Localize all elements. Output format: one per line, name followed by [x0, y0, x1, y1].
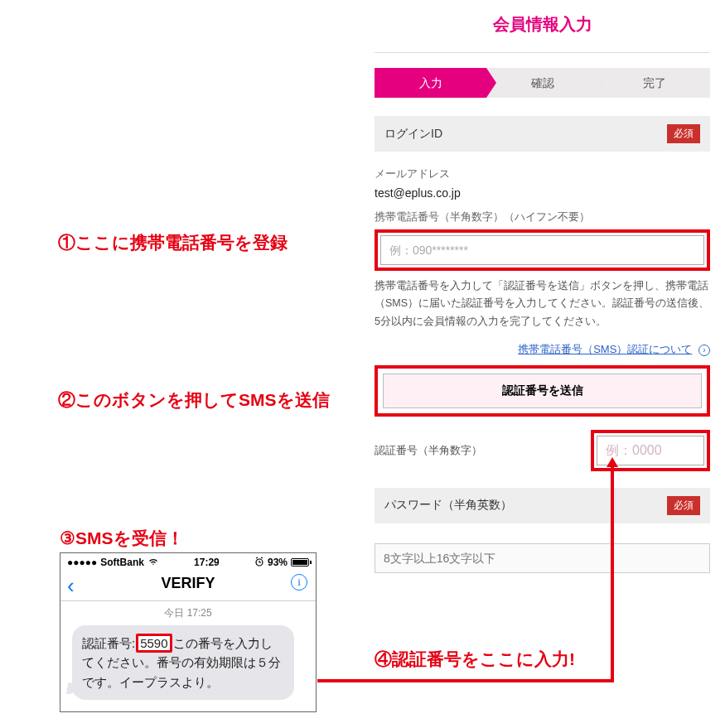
- sms-info-link-row: 携帯電話番号（SMS）認証について ›: [375, 342, 710, 357]
- carrier-name: SoftBank: [100, 557, 144, 568]
- email-label: メールアドレス: [375, 166, 710, 181]
- step-done: 完了: [598, 68, 710, 98]
- sms-thread-title: VERIFY: [161, 575, 215, 592]
- sms-code-highlight: 5590: [136, 634, 172, 653]
- annotation-2: ②このボタンを押してSMSを送信: [58, 388, 330, 412]
- password-section: パスワード（半角英数） 必須: [375, 488, 710, 523]
- step-bar: 入力 確認 完了: [375, 68, 710, 98]
- status-clock: 17:29: [194, 557, 220, 568]
- login-id-label: ログインID: [384, 127, 442, 142]
- login-id-section: ログインID 必須: [375, 116, 710, 152]
- phone-input[interactable]: [380, 235, 704, 265]
- send-code-button[interactable]: 認証番号を送信: [383, 374, 702, 408]
- sms-msg-pre: 認証番号:: [82, 636, 135, 650]
- registration-form: 会員情報入力 入力 確認 完了 ログインID 必須 メールアドレス test@e…: [375, 8, 710, 573]
- arrow-horizontal: [317, 679, 614, 682]
- alarm-icon: [254, 557, 264, 569]
- sms-status-bar: ●●●●● SoftBank 17:29 93%: [60, 553, 316, 571]
- sms-timestamp: 今日 17:25: [60, 601, 316, 625]
- step-input: 入力: [375, 68, 486, 98]
- required-badge: 必須: [667, 124, 700, 143]
- required-badge: 必須: [667, 496, 700, 515]
- phone-label: 携帯電話番号（半角数字）（ハイフン不要）: [375, 210, 710, 224]
- page-title: 会員情報入力: [375, 8, 710, 53]
- annotation-1: ①ここに携帯電話番号を登録: [58, 231, 288, 254]
- chevron-right-icon: ›: [698, 345, 710, 356]
- sms-header: ‹ VERIFY i: [60, 571, 316, 601]
- sms-message-bubble: 認証番号:5590この番号を入力してください。番号の有効期限は５分です。イープラ…: [72, 625, 294, 700]
- signal-dots-icon: ●●●●●: [67, 557, 97, 568]
- phone-help-text: 携帯電話番号を入力して「認証番号を送信」ボタンを押し、携帯電話（SMS）に届いた…: [375, 277, 710, 330]
- wifi-icon: [147, 557, 159, 568]
- sms-info-link[interactable]: 携帯電話番号（SMS）認証について: [518, 343, 692, 355]
- battery-percent: 93%: [268, 557, 288, 568]
- battery-icon: [291, 558, 309, 566]
- arrow-vertical: [611, 465, 614, 682]
- email-value: test@eplus.co.jp: [375, 186, 710, 200]
- password-label: パスワード（半角英数）: [384, 498, 512, 513]
- send-button-highlight: 認証番号を送信: [375, 365, 710, 417]
- code-row: 認証番号（半角数字）: [375, 430, 710, 471]
- back-icon[interactable]: ‹: [67, 573, 75, 599]
- info-icon[interactable]: i: [291, 574, 307, 591]
- annotation-4: ④認証番号をここに入力!: [375, 648, 575, 671]
- sms-screenshot: ●●●●● SoftBank 17:29 93% ‹ VERIFY i 今日 1…: [60, 552, 317, 712]
- password-input[interactable]: [375, 543, 710, 573]
- code-label: 認証番号（半角数字）: [375, 443, 579, 458]
- phone-highlight: [375, 229, 710, 271]
- annotation-3: ③SMSを受信！: [60, 527, 184, 550]
- step-confirm: 確認: [486, 68, 598, 98]
